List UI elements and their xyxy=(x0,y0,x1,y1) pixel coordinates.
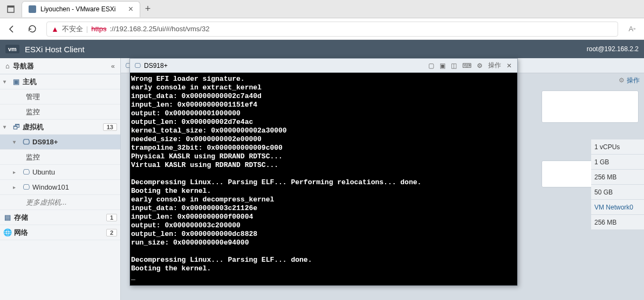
console-window: 🖵 DS918+ ▢ ▣ ◫ ⌨ ⚙ 操作 ✕ Wrong EFI loader… xyxy=(129,58,518,286)
sidebar-host[interactable]: ▾ ▣ 主机 xyxy=(0,74,120,89)
tab-close-icon[interactable]: × xyxy=(128,4,133,14)
notification-panel xyxy=(542,90,639,123)
url-input[interactable]: ▲ 不安全 | https://192.168.2.25/ui/#/host/v… xyxy=(46,22,618,37)
console-titlebar[interactable]: 🖵 DS918+ ▢ ▣ ◫ ⌨ ⚙ 操作 ✕ xyxy=(130,59,517,73)
browser-tab-strip: Liyouchen - VMware ESXi × + xyxy=(0,0,644,18)
chevron-right-icon: ▸ xyxy=(13,169,19,175)
info-network[interactable]: VM Network0 xyxy=(591,199,644,214)
console-actions-label[interactable]: 操作 xyxy=(487,61,502,70)
sidebar-monitor-label: 监控 xyxy=(26,107,40,117)
chevron-down-icon: ▾ xyxy=(3,124,10,130)
tab-title: Liyouchen - VMware ESXi xyxy=(40,5,115,13)
app-title: ESXi Host Client xyxy=(25,45,85,54)
vm-icon: 🖵 xyxy=(22,138,30,146)
console-output[interactable]: Wrong EFI loader signature. early consol… xyxy=(130,73,517,285)
vms-count-badge: 13 xyxy=(103,123,117,131)
info-disk1: 256 MB xyxy=(591,169,644,184)
refresh-icon xyxy=(28,24,37,34)
info-disk3: 256 MB xyxy=(591,214,644,229)
sidebar-vm-ubuntu-label: Ubuntu xyxy=(32,168,55,176)
main-layout: ⌂ 导航器 « ▾ ▣ 主机 管理 监控 ▾ 🗗 虚拟机 13 ▾ 🖵 DS91… xyxy=(0,58,644,300)
tab-favicon xyxy=(29,5,36,13)
vm-icon: 🖵 xyxy=(22,168,30,176)
svg-rect-1 xyxy=(8,6,14,8)
chevron-down-icon: ▾ xyxy=(3,79,10,85)
gear-icon[interactable]: ⚙ xyxy=(476,62,484,69)
navigator-label: 导航器 xyxy=(13,61,34,71)
chevron-down-icon: ▾ xyxy=(13,139,19,145)
insecure-warning-icon: ▲ xyxy=(51,25,59,33)
actions-button[interactable]: 操作 xyxy=(627,76,640,85)
user-label[interactable]: root@192.168.2.2 xyxy=(587,45,639,53)
sidebar-storage-label: 存储 xyxy=(14,213,28,222)
read-aloud-button[interactable]: A» xyxy=(626,23,639,36)
sidebar-vm-window101[interactable]: ▸ 🖵 Window101 xyxy=(0,180,120,195)
esxi-header: vm ESXi Host Client root@192.168.2.2 xyxy=(0,40,644,58)
navigator-header: ⌂ 导航器 « xyxy=(0,58,120,74)
sidebar-vm-monitor-label: 监控 xyxy=(26,152,40,162)
sidebar-manage-label: 管理 xyxy=(26,92,40,102)
info-cpus: 1 vCPUs xyxy=(591,139,644,154)
sidebar-vm-ubuntu[interactable]: ▸ 🖵 Ubuntu xyxy=(0,165,120,180)
back-button[interactable] xyxy=(5,23,18,36)
new-tab-button[interactable]: + xyxy=(140,2,155,17)
page-actions: ⚙ 操作 xyxy=(614,73,644,87)
chevron-right-icon: ▸ xyxy=(13,184,19,190)
sidebar-vm-ds918[interactable]: ▾ 🖵 DS918+ xyxy=(0,135,120,150)
vm-info-panel: 1 vCPUs 1 GB 256 MB 50 GB VM Network0 25… xyxy=(591,139,644,229)
sidebar-vm-monitor[interactable]: 监控 xyxy=(0,150,120,165)
console-btn-1[interactable]: ▢ xyxy=(427,62,435,69)
url-protocol: https xyxy=(91,25,106,33)
sidebar-host-monitor[interactable]: 监控 xyxy=(0,104,120,120)
sidebar-more-vms[interactable]: 更多虚拟机... xyxy=(0,195,120,210)
sidebar-host-manage[interactable]: 管理 xyxy=(0,89,120,104)
arrow-left-icon xyxy=(7,24,17,34)
storage-count-badge: 1 xyxy=(106,214,117,221)
browser-tab[interactable]: Liyouchen - VMware ESXi × xyxy=(22,1,140,17)
network-count-badge: 2 xyxy=(106,229,117,236)
insecure-label: 不安全 xyxy=(62,24,83,34)
console-btn-keyboard[interactable]: ⌨ xyxy=(461,62,472,69)
console-btn-2[interactable]: ▣ xyxy=(439,62,447,69)
host-icon: ▣ xyxy=(12,78,20,86)
info-mem: 1 GB xyxy=(591,154,644,169)
window-icon xyxy=(7,5,15,13)
console-title-text: DS918+ xyxy=(144,62,168,69)
info-disk2: 50 GB xyxy=(591,184,644,199)
console-icon: 🖵 xyxy=(134,62,141,69)
content-area: 🖵 DS918+ ⚙ 操作 1 vCPUs 1 GB 256 MB 50 GB … xyxy=(121,58,644,300)
gear-icon[interactable]: ⚙ xyxy=(619,76,625,84)
sidebar-more-vms-label: 更多虚拟机... xyxy=(26,198,67,207)
console-controls: ▢ ▣ ◫ ⌨ ⚙ 操作 ✕ xyxy=(427,61,513,70)
sidebar-vm-ds918-label: DS918+ xyxy=(32,138,58,146)
network-icon: 🌐 xyxy=(3,228,12,236)
sidebar-network-label: 网络 xyxy=(14,228,28,238)
url-path: ://192.168.2.25/ui/#/host/vms/32 xyxy=(109,25,209,33)
collapse-sidebar-button[interactable]: « xyxy=(111,62,115,70)
vmware-logo: vm xyxy=(5,45,19,53)
refresh-button[interactable] xyxy=(26,23,39,36)
vm-group-icon: 🗗 xyxy=(12,123,20,131)
sidebar-network[interactable]: 🌐 网络 2 xyxy=(0,225,120,240)
sidebar-vms-label: 虚拟机 xyxy=(23,122,44,132)
address-bar: ▲ 不安全 | https://192.168.2.25/ui/#/host/v… xyxy=(0,18,644,40)
sidebar: ⌂ 导航器 « ▾ ▣ 主机 管理 监控 ▾ 🗗 虚拟机 13 ▾ 🖵 DS91… xyxy=(0,58,121,300)
sidebar-vm-win101-label: Window101 xyxy=(32,183,69,191)
home-icon: ⌂ xyxy=(5,62,10,70)
window-controls[interactable] xyxy=(0,5,22,13)
console-btn-3[interactable]: ◫ xyxy=(450,62,458,69)
sidebar-storage[interactable]: ▤ 存储 1 xyxy=(0,210,120,225)
vm-icon: 🖵 xyxy=(22,183,30,191)
sidebar-vms[interactable]: ▾ 🗗 虚拟机 13 xyxy=(0,120,120,135)
console-close-icon[interactable]: ✕ xyxy=(505,62,513,69)
sidebar-host-label: 主机 xyxy=(23,77,37,87)
storage-icon: ▤ xyxy=(3,213,12,221)
